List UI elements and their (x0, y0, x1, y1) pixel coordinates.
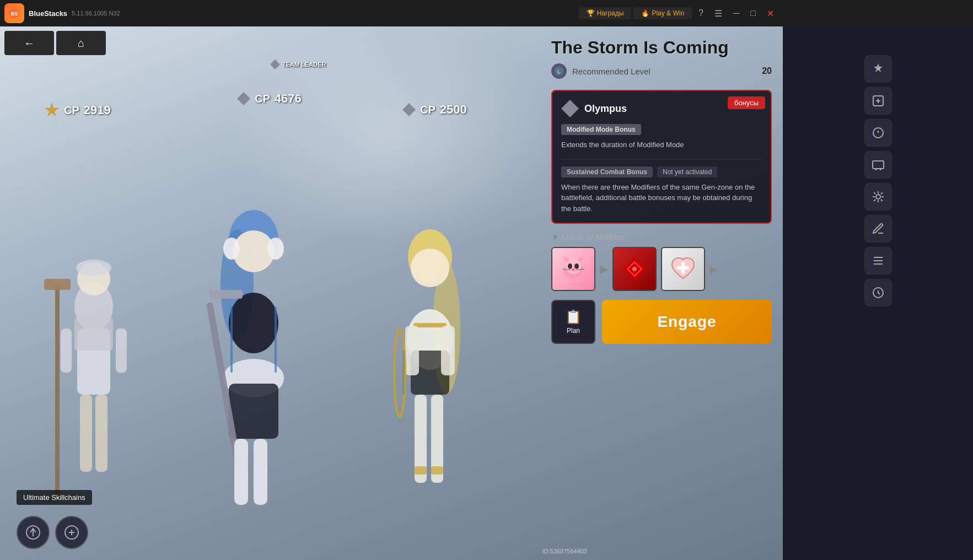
right-info-panel: The Storm Is Coming L Recommended Level … (540, 26, 783, 560)
meow-slot-1[interactable] (551, 247, 595, 291)
cp-label-3: CP (420, 104, 436, 116)
close-button[interactable]: ✕ (762, 6, 778, 21)
svg-point-29 (411, 249, 449, 287)
sustained-desc: When there are three Modifiers of the sa… (561, 182, 762, 214)
svg-point-4 (76, 260, 111, 276)
sidebar-btn-1[interactable] (864, 55, 892, 83)
menu-button[interactable]: ☰ (710, 6, 727, 21)
sidebar-btn-5[interactable] (864, 183, 892, 211)
svg-point-18 (229, 293, 278, 353)
cp-display-1: CP 2919 (44, 103, 111, 118)
svg-text:L: L (557, 69, 560, 74)
svg-rect-7 (44, 279, 71, 290)
rewards-button[interactable]: 🏆 Награды (579, 7, 632, 19)
svg-rect-36 (402, 351, 405, 395)
svg-rect-25 (230, 306, 233, 373)
character-1 (33, 240, 154, 516)
sustained-combat-row: Sustained Combat Bonus Not yet activated (561, 166, 762, 177)
level-icon: L (551, 63, 567, 79)
svg-point-51 (572, 268, 575, 271)
meow-arrow-1: ▶ (600, 262, 608, 276)
recommended-level-label: Recommended Level (572, 67, 651, 76)
meow-label: M.E.O.W Modules (562, 233, 625, 241)
diamond-icon-3 (402, 103, 416, 116)
svg-rect-23 (234, 439, 248, 505)
svg-rect-34 (441, 326, 455, 375)
svg-rect-31 (413, 323, 447, 327)
svg-rect-9 (95, 395, 107, 472)
svg-rect-12 (74, 317, 113, 351)
sidebar-btn-8[interactable] (864, 279, 892, 306)
olympus-name: Olympus (584, 103, 627, 115)
cp-label-1: CP (64, 104, 79, 117)
plan-label: Plan (567, 327, 580, 335)
rewards-icon: 🏆 (587, 9, 595, 17)
svg-rect-39 (415, 466, 427, 475)
card-divider (561, 159, 762, 160)
meow-icon-3 (662, 248, 704, 290)
home-button[interactable]: ⌂ (56, 31, 106, 55)
right-sidebar (783, 0, 973, 560)
team-leader-label: TEAM LEADER (282, 61, 326, 68)
character-2 (182, 196, 325, 516)
meow-icon-1 (552, 248, 594, 290)
cp-display-3: CP 2500 (402, 103, 467, 117)
app-name: BlueStacks (29, 9, 67, 18)
svg-rect-10 (61, 329, 72, 373)
meow-arrow-2: ▶ (709, 262, 718, 276)
back-button[interactable]: ← (4, 31, 54, 55)
help-button[interactable]: ? (694, 6, 708, 20)
sidebar-btn-6[interactable] (864, 215, 892, 243)
mission-title: The Storm Is Coming (551, 37, 772, 58)
cp-value-2: 4676 (275, 91, 302, 106)
sidebar-btn-7[interactable] (864, 247, 892, 274)
title-controls: 🏆 Награды 🔥 Play & Win ? ☰ ─ □ ✕ (579, 6, 783, 21)
svg-rect-65 (873, 161, 884, 169)
cp-display-2: CP 4676 (237, 91, 302, 106)
sidebar-btn-2[interactable] (864, 87, 892, 115)
recommended-level-value: 20 (762, 66, 772, 76)
play-win-icon: 🔥 (641, 9, 649, 17)
svg-rect-11 (116, 329, 127, 373)
svg-rect-22 (209, 290, 243, 299)
not-activated-tag: Not yet activated (657, 166, 717, 177)
svg-point-56 (632, 267, 637, 271)
bonus-card: бонусы Olympus Modified Mode Bonus Exten… (551, 90, 772, 224)
minimize-button[interactable]: ─ (729, 6, 744, 20)
svg-rect-58 (677, 266, 689, 270)
svg-rect-6 (55, 284, 60, 494)
action-icon-2[interactable] (55, 516, 88, 549)
meow-header: ▼ M.E.O.W Modules (551, 233, 772, 241)
svg-rect-24 (254, 439, 267, 505)
maximize-button[interactable]: □ (746, 6, 760, 20)
bottom-icons (17, 516, 88, 549)
diamond-icon-2 (237, 92, 250, 105)
svg-point-68 (876, 195, 880, 199)
cp-value-3: 2500 (440, 103, 467, 117)
svg-point-17 (267, 238, 284, 260)
svg-point-16 (223, 238, 240, 260)
sidebar-btn-4[interactable] (864, 151, 892, 179)
recommended-level-row: L Recommended Level 20 (551, 63, 772, 79)
bonus-button[interactable]: бонусы (728, 96, 765, 109)
cp-label-2: CP (255, 93, 270, 105)
meow-section: ▼ M.E.O.W Modules (551, 233, 772, 291)
svg-point-49 (568, 263, 572, 269)
svg-rect-40 (431, 466, 443, 475)
nav-bar: ← ⌂ (0, 26, 154, 60)
modified-mode-tag: Modified Mode Bonus (561, 124, 641, 135)
meow-slot-2[interactable] (612, 247, 657, 291)
olympus-icon (561, 100, 579, 117)
play-win-button[interactable]: 🔥 Play & Win (633, 7, 692, 19)
svg-rect-8 (80, 395, 92, 472)
app-version: 5.11.56.1005 N32 (72, 10, 120, 17)
star-icon (44, 103, 60, 118)
meow-slot-3[interactable] (661, 247, 705, 291)
meow-icon-2 (614, 248, 655, 290)
action-icon-1[interactable] (17, 516, 50, 549)
plan-button[interactable]: 📋 Plan (551, 300, 595, 344)
plan-icon: 📋 (565, 309, 582, 325)
engage-button[interactable]: Engage (602, 300, 772, 344)
svg-text:BS: BS (11, 11, 18, 17)
sidebar-btn-3[interactable] (864, 119, 892, 147)
